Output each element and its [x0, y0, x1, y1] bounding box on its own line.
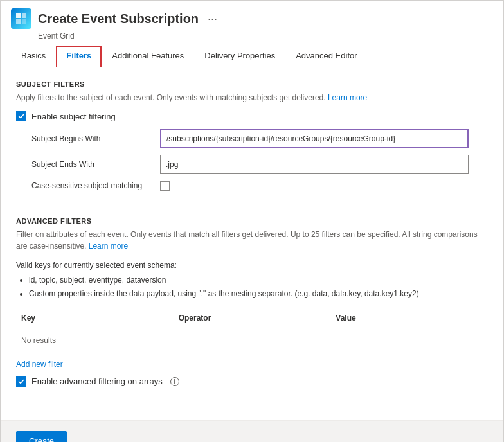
- enable-arrays-row: Enable advanced filtering on arrays i: [16, 376, 488, 387]
- create-button[interactable]: Create: [16, 431, 67, 442]
- advanced-filters-section: ADVANCED FILTERS Filter on attributes of…: [16, 217, 488, 387]
- col-operator: Operator: [174, 314, 331, 323]
- subject-filters-desc-text: Apply filters to the subject of each eve…: [16, 93, 328, 102]
- enable-arrays-checkbox[interactable]: [16, 376, 26, 387]
- tab-advanced-editor[interactable]: Advanced Editor: [285, 46, 367, 67]
- svg-rect-0: [16, 13, 21, 18]
- valid-keys-item-2: Custom properties inside the data payloa…: [29, 288, 488, 300]
- app-icon: [11, 8, 32, 29]
- valid-keys-label: Valid keys for currently selected event …: [16, 261, 177, 270]
- content-area: SUBJECT FILTERS Apply filters to the sub…: [1, 67, 503, 407]
- subtitle: Event Grid: [38, 31, 493, 40]
- enable-subject-filtering-row: Enable subject filtering: [16, 111, 488, 121]
- col-key: Key: [16, 314, 174, 323]
- more-icon[interactable]: ···: [208, 12, 217, 26]
- col-value: Value: [330, 314, 488, 323]
- tab-basics[interactable]: Basics: [11, 46, 56, 67]
- subject-filters-section: SUBJECT FILTERS Apply filters to the sub…: [16, 80, 488, 191]
- advanced-filters-learn-more[interactable]: Learn more: [89, 242, 128, 251]
- svg-rect-1: [22, 13, 26, 18]
- add-new-filter-link[interactable]: Add new filter: [16, 360, 63, 369]
- tab-additional[interactable]: Additional Features: [102, 46, 194, 67]
- tabs-bar: Basics Filters Additional Features Deliv…: [11, 46, 493, 67]
- table-no-results: No results: [16, 328, 488, 353]
- svg-rect-3: [22, 19, 26, 24]
- case-sensitive-checkbox[interactable]: [160, 181, 170, 191]
- header: Create Event Subscription ··· Event Grid…: [1, 1, 503, 67]
- enable-subject-filtering-label: Enable subject filtering: [32, 112, 116, 121]
- tab-filters[interactable]: Filters: [56, 46, 102, 67]
- subject-filters-title: SUBJECT FILTERS: [16, 80, 488, 88]
- case-sensitive-row: Case-sensitive subject matching: [32, 181, 488, 191]
- valid-keys-item-1: id, topic, subject, eventtype, dataversi…: [29, 274, 488, 287]
- footer: Create: [1, 420, 503, 442]
- subject-begins-row: Subject Begins With: [32, 129, 488, 148]
- subject-ends-label: Subject Ends With: [32, 160, 160, 169]
- subject-begins-label: Subject Begins With: [32, 134, 160, 143]
- advanced-filters-title: ADVANCED FILTERS: [16, 217, 488, 225]
- valid-keys-list: id, topic, subject, eventtype, dataversi…: [29, 274, 488, 300]
- case-sensitive-label: Case-sensitive subject matching: [32, 181, 160, 190]
- subject-filters-desc: Apply filters to the subject of each eve…: [16, 92, 488, 103]
- advanced-filters-desc: Filter on attributes of each event. Only…: [16, 229, 488, 252]
- subject-ends-row: Subject Ends With: [32, 155, 488, 174]
- title-row: Create Event Subscription ···: [11, 8, 493, 29]
- advanced-filters-desc-text: Filter on attributes of each event. Only…: [16, 230, 478, 251]
- section-divider: [16, 204, 488, 204]
- subject-ends-input[interactable]: [160, 155, 469, 174]
- enable-subject-filtering-checkbox[interactable]: [16, 111, 26, 121]
- info-icon[interactable]: i: [170, 377, 179, 386]
- valid-keys-section: Valid keys for currently selected event …: [16, 260, 488, 301]
- filters-table-header: Key Operator Value: [16, 308, 488, 328]
- main-window: Create Event Subscription ··· Event Grid…: [0, 0, 504, 442]
- enable-arrays-label: Enable advanced filtering on arrays: [32, 376, 163, 386]
- svg-rect-2: [16, 19, 21, 24]
- subject-begins-input[interactable]: [160, 129, 469, 148]
- tab-delivery[interactable]: Delivery Properties: [194, 46, 285, 67]
- page-title: Create Event Subscription: [38, 12, 199, 26]
- subject-filters-learn-more[interactable]: Learn more: [328, 93, 367, 102]
